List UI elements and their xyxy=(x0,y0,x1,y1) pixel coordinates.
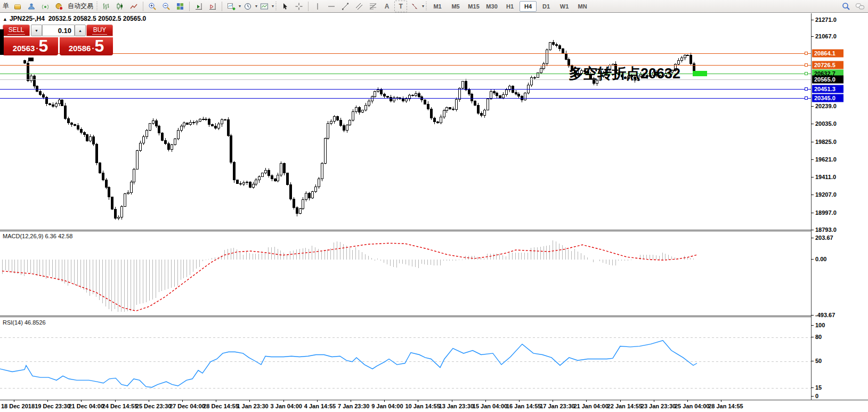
timeframe-h4[interactable]: H4 xyxy=(520,1,537,12)
highlight-rectangle[interactable] xyxy=(693,71,707,76)
auto-scroll-icon[interactable] xyxy=(192,1,205,12)
arrows-dropdown-arrow[interactable]: ▾ xyxy=(422,4,424,9)
sell-price-pips: 5 xyxy=(39,38,48,54)
rsi-indicator-panel[interactable] xyxy=(0,317,811,400)
main-toolbar: 单 自动交易 xyxy=(0,0,868,13)
indicator-dropdown-arrow[interactable]: ▾ xyxy=(239,4,241,9)
time-axis-label: 16 Jan 14:55 xyxy=(506,403,541,409)
time-axis-tick xyxy=(687,400,688,402)
market-icon[interactable] xyxy=(11,1,24,12)
macd-indicator-panel[interactable] xyxy=(0,231,811,316)
docked-panel-edge xyxy=(0,29,4,55)
chart-shift-icon[interactable] xyxy=(206,1,219,12)
trade-panel-collapse-handle[interactable] xyxy=(28,58,34,61)
level-line-anchor[interactable] xyxy=(805,64,807,67)
toolbar-separator xyxy=(308,2,309,11)
axis-tick-label: 80 xyxy=(815,334,822,340)
bar-chart-icon[interactable] xyxy=(100,1,112,12)
tile-windows-icon[interactable] xyxy=(174,1,186,12)
time-axis-label: 28 Dec 14:55 xyxy=(203,403,239,409)
time-axis-label: 7 Jan 23:30 xyxy=(338,403,369,409)
axis-tick-label: 0 xyxy=(815,393,818,399)
time-axis-label: 3 Jan 04:00 xyxy=(271,403,302,409)
symbol-marker-icon: ▲ xyxy=(3,17,7,22)
timeframe-h1[interactable]: H1 xyxy=(501,1,518,12)
buy-price-display[interactable]: 20586.5 xyxy=(60,37,113,55)
fibonacci-icon[interactable] xyxy=(367,1,379,12)
volume-increase-button[interactable]: ▲ xyxy=(75,25,86,36)
level-line-anchor[interactable] xyxy=(805,88,807,91)
buy-price-main: 20586 xyxy=(69,44,91,53)
level-line-anchor[interactable] xyxy=(805,52,807,55)
time-axis-label: 10 Jan 14:55 xyxy=(405,403,440,409)
axis-tick-mark xyxy=(811,195,814,195)
axis-tick-label: 50 xyxy=(815,358,822,364)
timeframe-dropdown-arrow[interactable]: ▾ xyxy=(255,4,257,9)
candlestick-icon[interactable] xyxy=(113,1,126,12)
autotrading-icon[interactable] xyxy=(53,1,66,12)
timeframe-w1[interactable]: W1 xyxy=(556,1,573,12)
trendline-icon[interactable] xyxy=(339,1,352,12)
level-line-anchor[interactable] xyxy=(805,72,807,75)
sell-price-dot: . xyxy=(36,39,38,53)
timeframe-mn[interactable]: MN xyxy=(574,1,591,12)
time-axis-label: 25 Jan 04:00 xyxy=(675,403,709,409)
timeframe-m5[interactable]: M5 xyxy=(447,1,464,12)
time-axis-label: 22 Jan 14:55 xyxy=(607,403,642,409)
timeframe-d1[interactable]: D1 xyxy=(538,1,555,12)
zoom-out-icon[interactable] xyxy=(160,1,173,12)
cursor-icon[interactable] xyxy=(279,1,291,12)
timeframe-m1[interactable]: M1 xyxy=(429,1,446,12)
template-dropdown-arrow[interactable]: ▾ xyxy=(272,4,274,9)
axis-tick-mark xyxy=(811,361,814,361)
chart-annotation-text[interactable]: 多空转折点20632 xyxy=(569,64,680,83)
timeframe-m15[interactable]: M15 xyxy=(465,1,482,12)
axis-tick-label: 19621.0 xyxy=(815,156,837,163)
label-tool-icon[interactable]: T xyxy=(394,1,407,12)
timeframe-m30[interactable]: M30 xyxy=(483,1,500,12)
sell-button[interactable]: SELL xyxy=(3,25,30,36)
price-level-tag: 20864.1 xyxy=(812,50,843,58)
fibo-lines-icon xyxy=(369,2,377,11)
time-axis-label: 13 Jan 23:30 xyxy=(439,403,474,409)
buy-button[interactable]: BUY xyxy=(86,25,113,36)
chat-icon[interactable] xyxy=(854,1,866,12)
polyline-icon xyxy=(129,2,138,11)
time-axis-label: 15 Jan 04:00 xyxy=(473,403,507,409)
shift-end-icon xyxy=(208,2,217,11)
text-tool-icon[interactable]: A xyxy=(380,1,393,12)
time-axis-tick xyxy=(721,400,721,402)
crosshair-icon[interactable] xyxy=(293,1,305,12)
channel-icon[interactable] xyxy=(353,1,366,12)
new-order-label[interactable]: 单 xyxy=(1,2,11,11)
toolbar-separator xyxy=(189,2,190,11)
arrows-tool-icon[interactable] xyxy=(408,1,421,12)
line-chart-icon[interactable] xyxy=(127,1,140,12)
time-axis-label: 18 Dec 2018 xyxy=(1,403,35,409)
tiles-icon xyxy=(176,2,184,11)
add-indicator-icon[interactable] xyxy=(225,1,238,12)
horizontal-line-icon[interactable] xyxy=(325,1,338,12)
sell-price-display[interactable]: 20563.5 xyxy=(3,37,58,55)
time-axis-tick xyxy=(81,400,82,402)
volume-decrease-button[interactable]: ▼ xyxy=(31,25,42,36)
volume-input[interactable] xyxy=(42,25,75,36)
price-chart-panel[interactable] xyxy=(0,13,811,230)
chart-template-icon xyxy=(260,2,269,11)
axis-tick-label: 19207.0 xyxy=(815,191,837,198)
level-line-anchor[interactable] xyxy=(805,97,807,100)
axis-tick-mark xyxy=(811,142,814,142)
template-icon[interactable] xyxy=(258,1,271,12)
axis-tick-label: 15 xyxy=(815,384,822,391)
profile-icon[interactable] xyxy=(25,1,38,12)
price-axis-divider xyxy=(811,13,812,400)
ohlc-bars-icon xyxy=(102,2,110,11)
axis-tick-mark xyxy=(811,20,814,20)
zoom-in-icon[interactable] xyxy=(146,1,159,12)
signals-icon[interactable] xyxy=(39,1,52,12)
vertical-line-icon[interactable] xyxy=(311,1,324,12)
toolbar-separator xyxy=(222,2,222,11)
timeframe-clock-icon[interactable] xyxy=(241,1,254,12)
autotrading-label[interactable]: 自动交易 xyxy=(66,2,95,11)
search-icon[interactable] xyxy=(840,1,853,12)
